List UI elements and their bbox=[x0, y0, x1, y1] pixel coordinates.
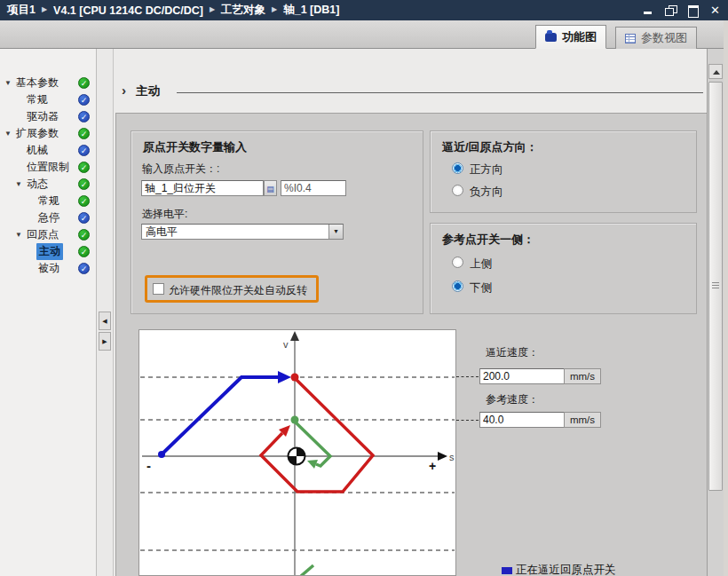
breadcrumb-project[interactable]: 项目1 bbox=[7, 3, 36, 18]
splitter-bar[interactable]: ◀ ▶ bbox=[97, 49, 114, 576]
tab-parameter-view-label: 参数视图 bbox=[641, 30, 687, 46]
approach-speed-point bbox=[291, 374, 299, 382]
tree-item-homing[interactable]: ▼ 回原点 bbox=[0, 226, 97, 243]
reference-path-fragment bbox=[301, 565, 313, 575]
start-point bbox=[158, 451, 165, 458]
radio-negative-direction[interactable] bbox=[452, 185, 463, 196]
tree-item-general[interactable]: 常规 bbox=[0, 91, 97, 108]
navigation-tree: ▼ 基本参数 常规 驱动器 ▼ 扩展参数 机械 位置限制 ▼ 动态 bbox=[0, 49, 97, 576]
reference-speed-point bbox=[291, 416, 299, 424]
section-divider bbox=[177, 92, 703, 93]
status-ok-icon bbox=[78, 195, 90, 207]
tree-item-dynamics-general[interactable]: 常规 bbox=[0, 193, 97, 209]
scroll-up-icon[interactable] bbox=[708, 64, 723, 79]
browse-icon: ▤ bbox=[266, 185, 274, 193]
v-axis-label: v bbox=[283, 339, 289, 350]
legend-label-approaching: 正在逼近回原点开关 bbox=[516, 563, 616, 576]
tree-item-label: 扩展参数 bbox=[16, 125, 59, 142]
status-info-icon bbox=[78, 94, 90, 106]
chevron-down-icon[interactable]: ▼ bbox=[328, 225, 343, 239]
homing-diagram-box: v s + - bbox=[138, 329, 456, 576]
status-ok-icon bbox=[78, 77, 90, 89]
tree-item-label-selected: 主动 bbox=[36, 243, 63, 260]
radio-positive-direction[interactable] bbox=[452, 162, 463, 174]
tree-item-label: 急停 bbox=[38, 209, 59, 226]
tree-item-label: 回原点 bbox=[27, 226, 59, 243]
auto-reverse-checkbox[interactable] bbox=[153, 283, 164, 295]
close-icon[interactable]: ✕ bbox=[709, 4, 721, 16]
tab-function-view[interactable]: 功能图 bbox=[535, 25, 606, 49]
tree-item-emergency-stop[interactable]: 急停 bbox=[0, 209, 97, 226]
tree-item-label: 被动 bbox=[38, 260, 59, 277]
legend-swatch-approaching bbox=[502, 567, 512, 574]
expander-icon[interactable]: ▼ bbox=[15, 176, 22, 193]
plus-label: + bbox=[429, 459, 436, 473]
collapse-left-icon[interactable]: ◀ bbox=[99, 312, 111, 330]
breadcrumb-device[interactable]: V4.1 [CPU 1214C DC/DC/DC] bbox=[53, 4, 203, 17]
parameter-view-icon bbox=[625, 34, 636, 43]
home-switch-tag-input[interactable] bbox=[141, 180, 264, 196]
tree-item-dynamics[interactable]: ▼ 动态 bbox=[0, 176, 97, 193]
approach-arrow-icon bbox=[278, 371, 291, 383]
tree-item-label: 动态 bbox=[27, 176, 48, 193]
tree-item-position-limits[interactable]: 位置限制 bbox=[0, 159, 97, 176]
section-chevron-icon[interactable]: › bbox=[122, 83, 126, 98]
tree-item-extended-parameters[interactable]: ▼ 扩展参数 bbox=[0, 125, 97, 142]
browse-tag-button[interactable]: ▤ bbox=[264, 180, 277, 196]
tab-parameter-view[interactable]: 参数视图 bbox=[615, 27, 697, 49]
section-title: 主动 bbox=[136, 83, 160, 99]
view-tab-bar: 功能图 参数视图 bbox=[0, 20, 728, 49]
radio-negative-direction-label: 负方向 bbox=[470, 185, 503, 200]
tree-item-label: 基本参数 bbox=[16, 75, 59, 91]
tree-item-label: 常规 bbox=[38, 193, 59, 209]
window-frame bbox=[724, 20, 728, 576]
minus-label: - bbox=[146, 458, 151, 473]
level-select-label: 选择电平: bbox=[142, 207, 187, 222]
group-title: 原点开关数字量输入 bbox=[143, 139, 247, 155]
approach-speed-unit: mm/s bbox=[564, 368, 601, 384]
radio-lower-side-label: 下侧 bbox=[470, 280, 492, 296]
tree-item-label: 机械 bbox=[27, 142, 48, 159]
breadcrumb-arrow-icon: ▶ bbox=[272, 5, 277, 13]
status-ok-icon bbox=[78, 246, 90, 257]
reversal-path bbox=[261, 379, 373, 492]
expander-icon[interactable]: ▼ bbox=[4, 125, 12, 142]
home-switch-input-label: 输入原点开关：: bbox=[142, 162, 219, 177]
minimize-icon[interactable] bbox=[643, 4, 654, 16]
tree-item-drive[interactable]: 驱动器 bbox=[0, 108, 97, 125]
home-switch-address-field[interactable] bbox=[281, 180, 346, 196]
status-ok-icon bbox=[78, 229, 90, 241]
breadcrumb-axis[interactable]: 轴_1 [DB1] bbox=[283, 3, 339, 18]
tree-item-label: 常规 bbox=[27, 91, 48, 108]
radio-lower-side[interactable] bbox=[452, 280, 463, 292]
group-title: 参考点开关一侧： bbox=[442, 232, 534, 248]
scrollbar-grip-icon bbox=[712, 282, 719, 288]
radio-upper-side[interactable] bbox=[452, 256, 463, 268]
status-info-icon bbox=[78, 263, 90, 274]
level-select-dropdown[interactable]: 高电平 ▼ bbox=[141, 224, 344, 240]
reference-speed-input[interactable] bbox=[479, 412, 565, 428]
scrollbar-thumb[interactable] bbox=[708, 82, 723, 491]
radio-upper-side-label: 上侧 bbox=[470, 256, 492, 272]
reference-speed-unit: mm/s bbox=[564, 412, 601, 428]
restore-icon[interactable] bbox=[665, 4, 677, 16]
home-marker-quadrant bbox=[289, 456, 297, 465]
breadcrumb-tech-objects[interactable]: 工艺对象 bbox=[221, 3, 265, 18]
level-select-value: 高电平 bbox=[146, 225, 178, 238]
maximize-icon[interactable] bbox=[687, 4, 699, 16]
tree-item-mechanics[interactable]: 机械 bbox=[0, 142, 97, 159]
approach-speed-input[interactable] bbox=[479, 368, 565, 384]
radio-positive-direction-label: 正方向 bbox=[470, 162, 503, 178]
dashed-connector bbox=[456, 420, 479, 421]
tree-item-label: 位置限制 bbox=[27, 159, 69, 176]
tree-item-basic-parameters[interactable]: ▼ 基本参数 bbox=[0, 75, 97, 91]
function-view-icon bbox=[545, 33, 557, 42]
tree-item-passive-homing[interactable]: 被动 bbox=[0, 260, 97, 277]
status-info-icon bbox=[78, 111, 90, 122]
window-controls: ✕ bbox=[643, 0, 721, 20]
expander-icon[interactable]: ▼ bbox=[4, 75, 12, 91]
expander-icon[interactable]: ▼ bbox=[15, 226, 22, 243]
expand-right-icon[interactable]: ▶ bbox=[99, 332, 111, 351]
s-axis-label: s bbox=[449, 452, 455, 462]
tree-item-active-homing[interactable]: 主动 bbox=[0, 243, 97, 260]
